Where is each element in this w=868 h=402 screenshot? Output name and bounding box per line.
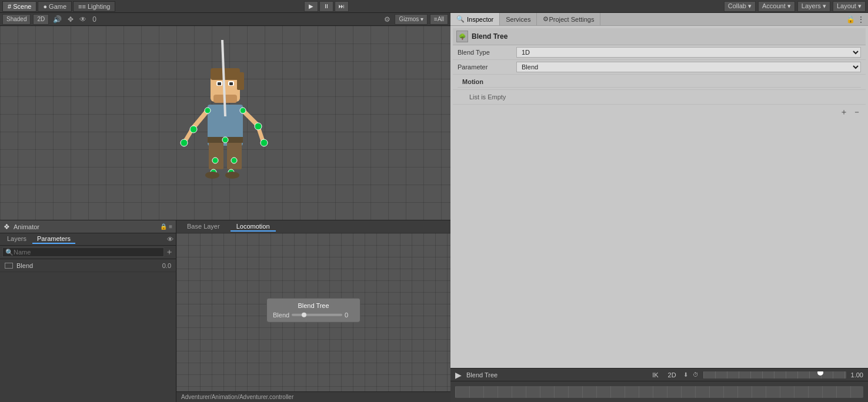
svg-point-23 [240,108,246,113]
animator-panel: ❖ Animator 🔒 ≡ Layers Parameters 👁 ＋ [0,220,176,402]
animator-panel-header: ❖ Animator 🔒 ≡ [0,220,176,233]
svg-rect-6 [237,72,244,90]
svg-rect-1 [209,140,223,169]
audio-icon: 🔊 [51,15,64,24]
svg-point-29 [225,172,239,179]
inspector-item-title: Blend Tree [472,32,508,41]
gizmos-button[interactable]: Gizmos ▾ [395,14,428,25]
search-row: ＋ [0,246,176,259]
visibility-icon[interactable]: 👁 [167,236,173,243]
graph-statusbar: Adventurer/Animation/Adventurer.controll… [176,391,450,402]
bottom-timeline: ▶ Blend Tree IK 2D ⬇ ⏱ 1.00 [450,368,868,402]
ik-label: IK [650,371,660,379]
lighting-tab-label: ≡≡ Lighting [78,3,110,10]
right-panel: 🔍 Inspector Services ⚙ Project Settings … [450,13,868,402]
tab-layers[interactable]: Layers [2,235,31,244]
svg-point-30 [222,137,228,143]
graph-tabs: Base Layer Locomotion [176,220,450,233]
tab-game[interactable]: ● Game [38,1,72,12]
blend-param-name: Blend [16,262,148,269]
svg-rect-2 [227,140,242,169]
blend-tree-node-title: Blend Tree [273,302,354,309]
tab-parameters[interactable]: Parameters [32,235,75,244]
tab-scene[interactable]: # Scene [2,1,36,12]
svg-point-19 [181,139,188,146]
layers-button[interactable]: Layers ▾ [797,1,830,12]
empty-list-row: List is Empty [453,90,866,105]
param-blend-row[interactable]: Blend 0.0 [0,259,176,272]
inspector-tab-label: Inspector [467,16,493,23]
timeline-time: 1.00 [851,371,863,378]
svg-point-24 [212,158,218,163]
add-param-button[interactable]: ＋ [165,247,173,257]
shading-dropdown[interactable]: Shaded [2,14,31,25]
add-motion-button[interactable]: ＋ [840,107,848,118]
graph-area[interactable]: Blend Tree Blend 0 [176,233,450,391]
svg-line-14 [193,110,208,128]
inspector-icon: 🔍 [456,15,465,23]
svg-point-18 [190,126,197,133]
tab-lighting[interactable]: ≡≡ Lighting [73,1,115,12]
scene-view[interactable] [0,26,450,220]
parameter-label: Parameter [458,63,516,71]
timeline-header: ▶ Blend Tree IK 2D ⬇ ⏱ 1.00 [450,369,868,381]
animator-tabs: Layers Parameters 👁 [0,233,176,246]
blend-type-label: Blend Type [458,49,516,56]
blend-type-dropdown[interactable]: 1D [516,47,861,58]
blend-slider-row: Blend 0 [273,311,354,318]
account-button[interactable]: Account ▾ [758,1,795,12]
scene-tab-label: # Scene [8,3,31,10]
all-button[interactable]: ≡All [430,14,448,25]
clock-icon: ⏱ [693,371,699,378]
blend-node-value: 0 [345,311,354,318]
blend-slider-thumb [302,312,306,317]
motion-section-label: Motion [458,76,861,88]
tab-project-settings[interactable]: ⚙ Project Settings [537,13,600,25]
timeline-thumb [817,371,823,376]
collab-button[interactable]: Collab ▾ [724,1,756,12]
blend-node-label: Blend [273,311,289,318]
layout-button[interactable]: Layout ▾ [833,1,866,12]
add-remove-row: ＋ － [453,105,866,120]
2d-toggle[interactable]: 2D [33,14,49,25]
step-button[interactable]: ⏭ [335,1,349,12]
lock-inspector-button[interactable]: 🔒 [846,15,855,24]
character-container [166,40,284,206]
tree-icon: 🌳 [459,34,466,40]
tab-services[interactable]: Services [500,13,537,25]
remove-motion-button[interactable]: － [853,107,861,118]
animator-graph: Base Layer Locomotion Blend Tree Blend 0 [176,220,450,402]
top-right-controls: Collab ▾ Account ▾ Layers ▾ Layout ▾ [724,1,866,12]
graph-tab-base[interactable]: Base Layer [181,222,226,232]
blend-tree-node[interactable]: Blend Tree Blend 0 [266,297,360,322]
svg-rect-5 [211,68,240,80]
move-icon: ✥ [66,15,75,24]
svg-point-25 [231,158,237,163]
timeline-ticks [455,386,863,398]
blend-param-icon [5,263,13,269]
blend-param-value: 0.0 [148,262,171,269]
parameter-dropdown[interactable]: Blend [516,62,861,72]
more-options-button[interactable]: ⋮ [857,15,864,24]
lock-icon: 🔒 ≡ [160,223,172,230]
parameter-row: Parameter Blend [453,60,866,75]
inspector-tabs: 🔍 Inspector Services ⚙ Project Settings … [450,13,868,26]
search-input[interactable] [2,247,164,257]
timeline-inner-track[interactable] [455,386,863,398]
play-button[interactable]: ▶ [304,1,318,12]
timeline-play-button[interactable]: ▶ [455,370,462,380]
scene-background [0,26,450,220]
character-svg [166,40,284,205]
pause-button[interactable]: ⏸ [319,1,333,12]
blend-slider[interactable] [292,313,342,316]
blend-tree-icon: 🌳 [456,31,468,42]
svg-rect-10 [229,82,233,85]
game-tab-label: ● Game [43,3,66,10]
timeline-track[interactable] [703,371,846,378]
param-list: Blend 0.0 [0,259,176,402]
graph-tab-locomotion[interactable]: Locomotion [231,222,276,232]
download-icon: ⬇ [683,371,688,378]
tab-inspector[interactable]: 🔍 Inspector [450,13,500,25]
svg-point-21 [255,123,262,130]
project-settings-tab-label: Project Settings [549,16,594,23]
